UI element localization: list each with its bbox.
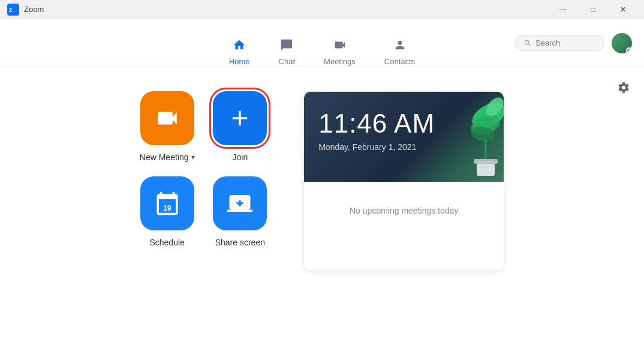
share-screen-action[interactable]: Share screen [213, 176, 268, 247]
titlebar: Z Zoom — □ ✕ [0, 0, 644, 19]
join-label: Join [233, 152, 248, 162]
nav-tabs: Home Chat Meetings [215, 34, 429, 72]
app-title: Zoom [24, 5, 44, 14]
share-screen-label: Share screen [215, 238, 265, 247]
tab-contacts[interactable]: Contacts [370, 34, 429, 72]
meetings-icon [333, 38, 346, 55]
online-status-dot [626, 47, 632, 53]
time-widget-panel: 11:46 AM Monday, February 1, 2021 No upc… [303, 91, 504, 271]
titlebar-controls: — □ ✕ [549, 0, 637, 19]
new-meeting-action[interactable]: New Meeting ▾ [140, 91, 195, 162]
tab-home[interactable]: Home [215, 34, 264, 72]
schedule-button[interactable]: 19 [140, 176, 194, 230]
tab-meetings-label: Meetings [324, 57, 356, 66]
calendar-icon: 19 [155, 191, 180, 216]
search-icon [523, 39, 532, 47]
chat-icon [280, 38, 293, 55]
tab-chat-label: Chat [279, 57, 295, 66]
svg-text:Z: Z [9, 7, 13, 13]
minimize-button[interactable]: — [549, 0, 577, 19]
contacts-icon [393, 38, 406, 55]
time-banner: 11:46 AM Monday, February 1, 2021 [304, 92, 504, 182]
svg-text:19: 19 [163, 204, 171, 212]
svg-rect-8 [474, 159, 498, 164]
home-icon [233, 38, 246, 55]
tab-contacts-label: Contacts [384, 57, 415, 66]
video-camera-icon [155, 106, 180, 131]
chevron-down-icon: ▾ [191, 153, 195, 161]
plant-decoration [438, 92, 504, 182]
tab-home-label: Home [229, 57, 250, 66]
zoom-logo-icon: Z [7, 4, 19, 16]
join-action[interactable]: Join [213, 91, 268, 162]
maximize-button[interactable]: □ [579, 0, 607, 19]
tab-meetings[interactable]: Meetings [309, 34, 370, 72]
share-screen-icon [227, 191, 252, 216]
nav-right [514, 33, 632, 53]
titlebar-left: Z Zoom [7, 4, 44, 16]
join-button[interactable] [213, 91, 267, 145]
main-content: New Meeting ▾ Join 19 Schedule [0, 67, 644, 354]
user-avatar[interactable] [612, 33, 632, 53]
search-input[interactable] [535, 38, 595, 47]
settings-gear-button[interactable] [615, 79, 632, 96]
search-box[interactable] [514, 35, 604, 51]
no-meetings-text: No upcoming meetings today [318, 194, 489, 227]
tab-chat[interactable]: Chat [264, 34, 309, 72]
action-grid: New Meeting ▾ Join 19 Schedule [140, 91, 267, 247]
share-screen-button[interactable] [213, 176, 267, 230]
navbar: Home Chat Meetings [0, 19, 644, 67]
schedule-action[interactable]: 19 Schedule [140, 176, 195, 247]
close-button[interactable]: ✕ [609, 0, 637, 19]
gear-icon [617, 81, 630, 94]
new-meeting-label: New Meeting ▾ [140, 152, 195, 162]
new-meeting-button[interactable] [140, 91, 194, 145]
plus-icon [227, 106, 252, 131]
schedule-label: Schedule [149, 238, 184, 247]
meetings-section: No upcoming meetings today [304, 182, 504, 239]
